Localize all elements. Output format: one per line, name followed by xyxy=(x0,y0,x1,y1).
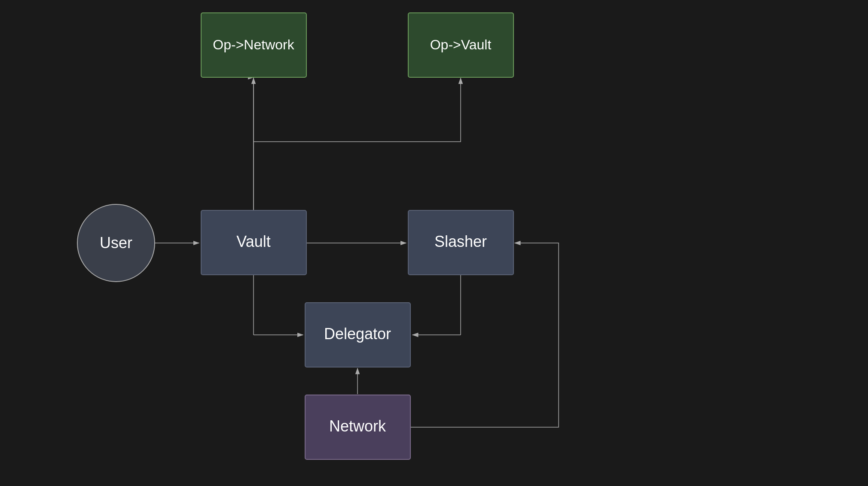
network-label: Network xyxy=(329,417,386,435)
diagram-canvas: Op->Network Op->Vault Vault Slasher Dele… xyxy=(0,0,868,486)
slasher-label: Slasher xyxy=(434,233,487,250)
op-vault-label: Op->Vault xyxy=(430,37,492,52)
vault-label: Vault xyxy=(236,233,270,250)
user-label: User xyxy=(100,234,132,252)
delegator-label: Delegator xyxy=(324,325,391,343)
op-network-label: Op->Network xyxy=(213,37,294,52)
